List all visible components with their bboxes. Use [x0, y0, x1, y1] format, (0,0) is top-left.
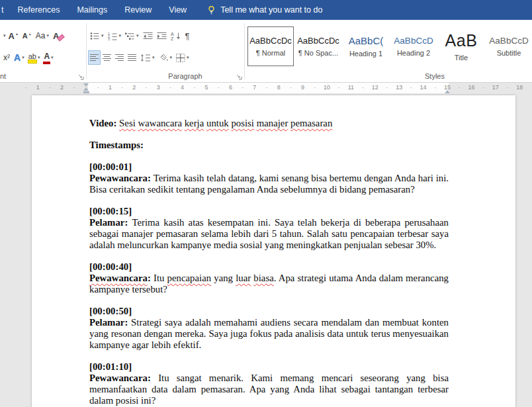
multilevel-list-icon [125, 32, 135, 40]
dialog-launcher-icon [77, 73, 84, 80]
tab-view[interactable]: View [160, 0, 195, 20]
grow-font-icon: A▲ [9, 31, 19, 41]
paragraph-group: ▾ 1.2.3. ▾ ▾ AZ ¶ [87, 20, 244, 82]
intro-line: Video: Sesi wawancara kerja untuk posisi… [89, 118, 449, 129]
style-heading-2[interactable]: AaBbCcD Heading 2 [390, 26, 437, 66]
timestamp: [00:00:50] [89, 306, 449, 317]
intro-label: Video [89, 118, 113, 128]
timestamp: [00:01:10] [89, 361, 449, 373]
tab-mailings[interactable]: Mailings [68, 0, 116, 20]
grow-font-button[interactable]: A▲ [7, 28, 21, 43]
superscript-button[interactable]: x² [1, 50, 12, 65]
bullets-icon [90, 32, 100, 40]
paragraph-group-label: Paragraph [126, 72, 244, 80]
entry-text: Pelamar: Strategi saya adalah memahami a… [89, 317, 449, 351]
intro-text: Sesi wawancara kerja untuk posisi manaje… [119, 118, 332, 128]
superscript-icon: x² [3, 53, 10, 62]
justify-button[interactable] [126, 50, 138, 65]
chevron-down-icon: ▾ [3, 32, 6, 39]
align-left-button[interactable] [88, 50, 101, 65]
style-preview: AaBbCcDc [249, 36, 292, 46]
style-name: ¶ No Spac... [298, 49, 338, 57]
font-dialog-launcher[interactable] [77, 73, 84, 80]
style-normal[interactable]: AaBbCcDc ¶ Normal [247, 26, 294, 66]
style-preview: AaB [445, 31, 478, 50]
tell-me-box[interactable]: Tell me what you want to do [207, 5, 322, 15]
numbering-icon: 1.2.3. [108, 32, 118, 40]
borders-icon [176, 54, 185, 62]
shrink-font-button[interactable]: A▼ [21, 28, 34, 43]
font-color-button[interactable]: A▾ [42, 50, 55, 65]
entry-text: Pewawancara: Terima kasih telah datang, … [89, 173, 449, 195]
line-spacing-button[interactable]: ▾ [138, 50, 157, 65]
increase-indent-icon [157, 32, 167, 40]
transcript-entry: [00:00:50] Pelamar: Strategi saya adalah… [89, 306, 449, 351]
lightbulb-icon [207, 5, 216, 15]
document-page[interactable]: Video: Sesi wawancara kerja untuk posisi… [32, 95, 515, 407]
style-name: ¶ Normal [256, 49, 285, 57]
change-case-button[interactable]: Aa▾ [34, 28, 51, 43]
horizontal-ruler[interactable]: 2·1··1·2·3·4·5·6·7·8·9·10·11·12·13·14·15… [0, 83, 532, 93]
entry-text: Pelamar: Terima kasih atas kesempatan in… [89, 217, 449, 251]
borders-button[interactable]: ▾ [174, 50, 191, 65]
shading-button[interactable]: ▾ [157, 50, 175, 65]
style-heading-1[interactable]: AaBbC( Heading 1 [343, 26, 389, 66]
clear-formatting-button[interactable]: A [51, 28, 65, 43]
style-title[interactable]: AaB Title [438, 26, 484, 66]
clear-formatting-icon: A [53, 31, 63, 41]
align-right-icon [115, 54, 124, 62]
chevron-down-icon: ▾ [101, 32, 104, 39]
chevron-down-icon: ▾ [187, 54, 189, 61]
tab-references[interactable]: References [9, 0, 68, 20]
numbering-button[interactable]: 1.2.3. ▾ [106, 28, 124, 43]
font-group: ▾ A▲ A▼ Aa▾ A x² A▾ ab▾ A▾ nt [0, 20, 86, 82]
style-name: Heading 2 [397, 49, 430, 57]
sort-icon: AZ [171, 32, 181, 40]
style-preview: AaBbC( [349, 35, 384, 46]
speaker-name: Pelamar [89, 217, 124, 228]
increase-indent-button[interactable] [155, 28, 169, 43]
font-color-icon: A [44, 52, 50, 64]
show-hide-pilcrow-button[interactable]: ¶ [183, 28, 192, 43]
multilevel-list-button[interactable]: ▾ [123, 28, 141, 43]
document-content[interactable]: Video: Sesi wawancara kerja untuk posisi… [89, 118, 449, 407]
chevron-down-icon: ▾ [51, 54, 54, 61]
tell-me-label: Tell me what you want to do [220, 5, 322, 15]
left-indent-marker[interactable] [83, 87, 89, 93]
align-right-button[interactable] [113, 50, 126, 65]
chevron-down-icon: ▾ [22, 54, 24, 61]
paragraph-dialog-launcher[interactable] [236, 73, 242, 80]
timestamp: [00:00:01] [89, 161, 449, 173]
style-preview: AaBbCcD [394, 36, 433, 46]
styles-group-label: Styles [337, 72, 532, 80]
font-size-dropdown-partial[interactable]: ▾ [1, 28, 7, 43]
entry-text: Pewawancara: Itu sangat menarik. Kami me… [89, 373, 449, 406]
chevron-down-icon: ▾ [152, 54, 155, 61]
highlight-icon: ab [28, 52, 36, 64]
tab-review[interactable]: Review [116, 0, 160, 20]
speaker-name: Pewawancara [89, 173, 148, 183]
style-name: Title [455, 54, 468, 62]
align-center-button[interactable] [101, 50, 113, 65]
chevron-down-icon: ▾ [170, 54, 173, 61]
pilcrow-icon: ¶ [185, 31, 190, 41]
text-highlight-button[interactable]: ab▾ [26, 50, 42, 65]
timestamp: [00:00:15] [89, 206, 449, 217]
sort-button[interactable]: AZ [169, 28, 183, 43]
font-group-label-partial: nt [0, 72, 86, 80]
first-line-indent-marker[interactable] [83, 83, 89, 87]
ribbon: ▾ A▲ A▼ Aa▾ A x² A▾ ab▾ A▾ nt [0, 20, 532, 83]
word-window: t References Mailings Review View Tell m… [0, 0, 532, 407]
style-subtitle[interactable]: AaBbCcD Subtitle [486, 26, 532, 66]
decrease-indent-button[interactable] [141, 28, 155, 43]
chevron-down-icon: ▾ [46, 32, 49, 39]
paint-bucket-icon [159, 54, 169, 62]
transcript-entry: [00:00:15] Pelamar: Terima kasih atas ke… [89, 206, 449, 251]
chevron-down-icon: ▾ [38, 54, 40, 61]
style-no-spacing[interactable]: AaBbCcDc ¶ No Spac... [295, 26, 341, 66]
svg-text:A: A [171, 32, 174, 36]
tab-partial[interactable]: t [0, 0, 9, 20]
styles-group: AaBbCcDc ¶ Normal AaBbCcDc ¶ No Spac... … [245, 20, 532, 82]
bullets-button[interactable]: ▾ [88, 28, 106, 43]
text-effects-button[interactable]: A▾ [12, 50, 26, 65]
